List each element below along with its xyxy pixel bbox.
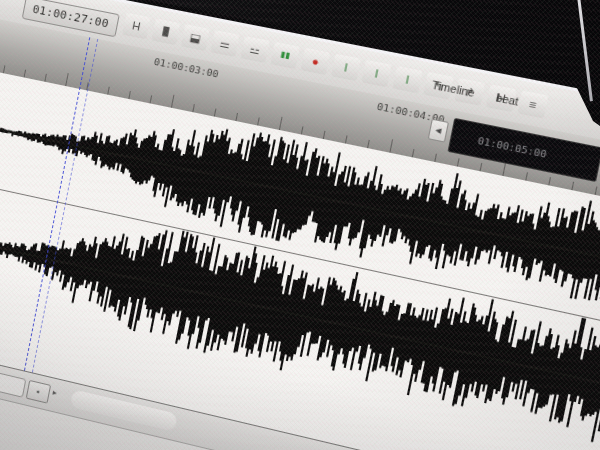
ruler-tick [434, 154, 437, 162]
ruler-prev-button[interactable]: ◀ [428, 119, 449, 143]
ruler-tick [3, 65, 6, 73]
ruler-tick [150, 95, 153, 103]
ruler-tick [279, 117, 283, 130]
ruler-tick [257, 117, 260, 125]
ruler-tick [192, 104, 195, 112]
snap-icon[interactable]: ⚌ [211, 30, 240, 57]
strip-blank-button[interactable] [0, 371, 26, 398]
ruler-tick [412, 149, 415, 157]
strip-square-button[interactable]: ▪ [26, 380, 51, 404]
ruler-tick [128, 91, 131, 99]
ruler-tick [214, 108, 217, 116]
ruler-tick [571, 182, 574, 191]
ruler-tick [502, 162, 506, 176]
monitor-bezel-highlight [577, 0, 592, 101]
ibeam-tool-icon-3[interactable]: I [392, 66, 422, 94]
ruler-tick [107, 87, 110, 95]
ruler-tick [235, 113, 238, 121]
ibeam-tool-icon-2[interactable]: I [362, 60, 392, 88]
ruler-tick [24, 70, 27, 78]
ruler-tick [323, 131, 326, 139]
pause-icon[interactable]: ▐▌ [151, 18, 180, 45]
ruler-tick [525, 172, 528, 181]
photo-of-monitor: 01:00:27:00 H▐▌⬓⚌⚍▮▮●III↰↱H≡ Timelinebea… [0, 0, 600, 450]
meter-icon[interactable]: ▮▮ [270, 42, 299, 69]
ruler-tick [44, 74, 47, 82]
ruler-tick [457, 158, 460, 166]
ruler-tick [548, 177, 551, 186]
ruler-tick [171, 95, 175, 108]
daw-screen: 01:00:27:00 H▐▌⬓⚌⚍▮▮●III↰↱H≡ Timelinebea… [0, 0, 600, 450]
ruler-tick [480, 163, 483, 171]
clip-icon[interactable]: ⬓ [181, 24, 210, 51]
ruler-tick [301, 126, 304, 134]
ruler-tick [65, 73, 69, 86]
ruler-tick [595, 186, 598, 195]
ruler-tick [367, 140, 370, 148]
record-icon[interactable]: ● [301, 48, 331, 75]
ibeam-tool-icon-1[interactable]: I [331, 54, 361, 81]
sliders-icon[interactable]: ⚍ [240, 36, 269, 63]
trim-head-icon[interactable]: H [122, 13, 151, 40]
ruler-tick [389, 139, 393, 152]
strip-arrow-icon[interactable]: ▸ [52, 388, 58, 398]
ruler-tick [345, 135, 348, 143]
